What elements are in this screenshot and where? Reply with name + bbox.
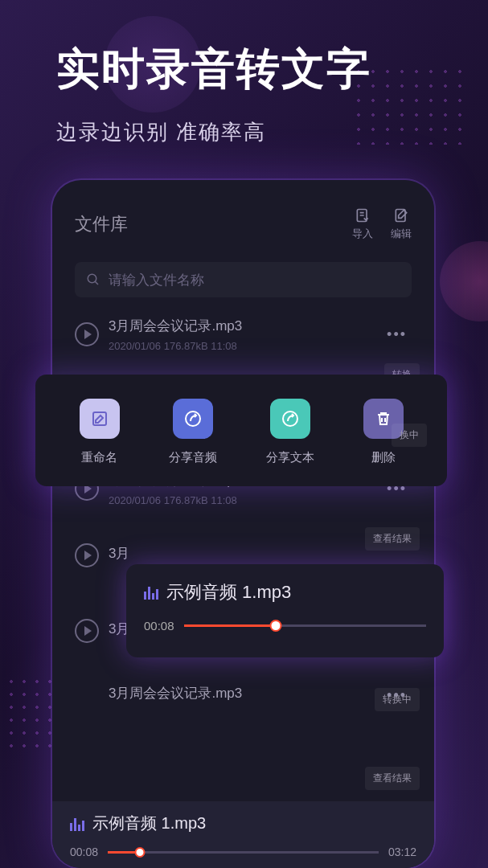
rename-label: 重命名 (81, 450, 117, 465)
search-input[interactable]: 请输入文件名称 (75, 262, 412, 297)
file-tag[interactable]: 查看结果 (365, 527, 420, 551)
total-time: 03:12 (388, 845, 416, 858)
svg-point-2 (88, 274, 96, 283)
file-row[interactable]: 3月周会会议记录.mp3 ••• (67, 675, 420, 715)
progress-bar[interactable] (184, 624, 426, 627)
elapsed-time: 00:08 (70, 845, 98, 858)
import-icon (355, 207, 371, 223)
progress-knob[interactable] (270, 620, 282, 632)
file-tag[interactable]: 转换中 (375, 688, 420, 711)
play-button[interactable] (75, 322, 99, 346)
share-text-label: 分享文本 (266, 450, 314, 465)
bottom-player-title: 示例音频 1.mp3 (92, 813, 206, 834)
phone-frame: 文件库 导入 编辑 请输入文件名称 3月周会会议记录.mp3 2020/01/0… (52, 180, 434, 868)
progress-knob[interactable] (135, 847, 146, 858)
play-icon (84, 626, 92, 636)
audio-bars-icon (144, 585, 158, 600)
search-placeholder: 请输入文件名称 (109, 271, 204, 289)
share-audio-button[interactable]: 分享音频 (169, 399, 217, 465)
action-popup: 重命名 分享音频 分享文本 删除 (35, 375, 447, 486)
audio-bars-icon (70, 817, 84, 831)
file-info: 3月周会会议记录.mp3 (109, 684, 377, 707)
file-tag[interactable]: 查看结果 (365, 767, 420, 790)
appbar-actions: 导入 编辑 (352, 207, 412, 241)
more-icon[interactable]: ••• (387, 326, 412, 343)
bottom-player: 示例音频 1.mp3 00:08 03:12 (52, 801, 434, 868)
share-audio-label: 分享音频 (169, 450, 217, 465)
hero: 实时录音转文字 边录边识别 准确率高 (0, 0, 488, 146)
file-info: 3月周会会议记录.mp3 2020/01/06 176.87kB 11:08 (109, 317, 377, 352)
bottom-progress: 00:08 03:12 (70, 845, 416, 858)
player-card: 示例音频 1.mp3 00:08 (126, 564, 444, 657)
progress-bar[interactable] (108, 851, 379, 854)
file-meta: 2020/01/06 176.87kB 11:08 (109, 340, 377, 352)
share-text-button[interactable]: 分享文本 (266, 399, 314, 465)
page-title: 文件库 (75, 212, 128, 236)
edit-label: 编辑 (391, 227, 412, 241)
player-title: 示例音频 1.mp3 (166, 580, 291, 604)
import-label: 导入 (352, 227, 373, 241)
hero-title: 实时录音转文字 (56, 40, 488, 99)
appbar: 文件库 导入 编辑 (67, 203, 420, 257)
progress-fill (184, 624, 277, 627)
edit-icon (393, 207, 409, 223)
bg-decoration (0, 675, 56, 755)
player-progress: 00:08 (144, 619, 426, 633)
svg-point-5 (283, 411, 297, 426)
file-row[interactable]: 3月周会会议记录.mp3 2020/01/06 176.87kB 11:08 •… (67, 309, 420, 360)
edit-button[interactable]: 编辑 (391, 207, 412, 241)
player-title-row: 示例音频 1.mp3 (144, 580, 426, 604)
import-button[interactable]: 导入 (352, 207, 373, 241)
play-button[interactable] (75, 619, 99, 643)
file-tag[interactable]: 换中 (392, 424, 427, 447)
share-text-icon (270, 399, 310, 439)
file-name: 3月周会会议记录.mp3 (109, 317, 377, 335)
bottom-player-title-row: 示例音频 1.mp3 (70, 813, 416, 834)
rename-icon (80, 399, 120, 439)
elapsed-time: 00:08 (144, 619, 174, 633)
rename-button[interactable]: 重命名 (80, 399, 120, 465)
bg-decoration (440, 241, 488, 321)
play-icon (84, 551, 92, 560)
hero-subtitle: 边录边识别 准确率高 (56, 118, 488, 146)
svg-point-4 (186, 411, 200, 426)
file-name: 3月周会会议记录.mp3 (109, 684, 377, 702)
file-meta: 2020/01/06 176.87kB 11:08 (109, 494, 377, 506)
share-audio-icon (173, 399, 213, 439)
play-button[interactable] (75, 543, 99, 567)
search-icon (86, 272, 100, 287)
play-icon (84, 330, 92, 339)
delete-label: 删除 (371, 450, 396, 465)
